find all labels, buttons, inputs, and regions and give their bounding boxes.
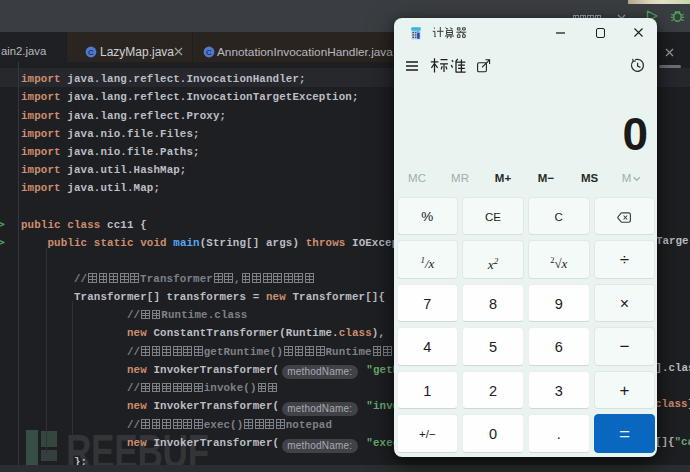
svg-text:C: C <box>206 48 212 57</box>
svg-text:C: C <box>88 48 94 57</box>
